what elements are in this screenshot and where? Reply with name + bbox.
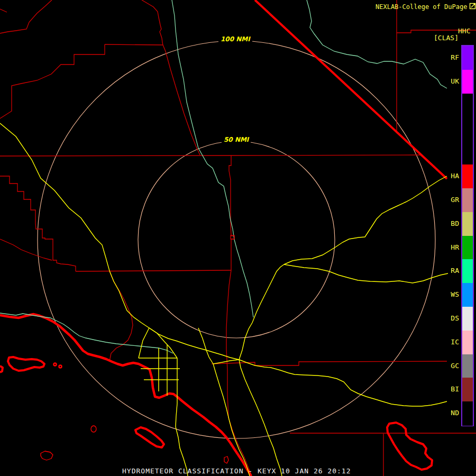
coastline bbox=[0, 314, 251, 476]
river-santa-clara bbox=[0, 313, 173, 353]
legend-label-DS: DS bbox=[443, 315, 459, 322]
legend-label-HA: HA bbox=[443, 172, 459, 179]
legend-label-UK: UK bbox=[443, 78, 459, 85]
legend-swatch-HR bbox=[462, 236, 473, 260]
island-fragment-left-edge bbox=[0, 366, 3, 372]
legend-label-WS: WS bbox=[443, 291, 459, 298]
legend-label-GC: GC bbox=[443, 362, 459, 369]
legend-label-BI: BI bbox=[443, 386, 459, 392]
product-code-label: HHC bbox=[458, 27, 470, 35]
legend-swatch-RF bbox=[462, 46, 473, 70]
radar-map-canvas bbox=[0, 0, 476, 476]
legend-swatch-HA bbox=[462, 164, 473, 188]
legend-swatch-WS bbox=[462, 283, 473, 307]
legend-swatch-RA bbox=[462, 259, 473, 283]
legend-swatch-DS bbox=[462, 307, 473, 331]
legend-label-RA: RA bbox=[443, 267, 459, 274]
state-border bbox=[255, 0, 447, 179]
legend-swatch-ND bbox=[462, 401, 473, 425]
island-catalina bbox=[135, 427, 164, 447]
legend-label-ND: ND bbox=[443, 409, 459, 416]
radar-display: 100 NMI 50 NMI NEXLAB-College of DuPage … bbox=[0, 0, 476, 476]
legend-label-IC: IC bbox=[443, 338, 459, 345]
county-lines bbox=[0, 0, 476, 476]
rivers bbox=[0, 0, 447, 353]
brand-link[interactable]: NEXLAB-College of DuPage bbox=[376, 2, 476, 11]
legend-swatch-GC bbox=[462, 354, 473, 378]
range-label-100nmi: 100 NMI bbox=[218, 35, 252, 43]
island-santa-cruz-chain bbox=[8, 357, 44, 371]
island-anacapa-1 bbox=[54, 363, 57, 366]
legend-label-BD: BD bbox=[443, 220, 459, 227]
legend-swatch-GR bbox=[462, 188, 473, 212]
legend-label-GR: GR bbox=[443, 196, 459, 203]
range-label-50nmi: 50 NMI bbox=[222, 136, 251, 143]
legend-swatch-IC bbox=[462, 331, 473, 354]
product-mode-label: [CLAS] bbox=[434, 34, 459, 42]
legend-swatch-UK bbox=[462, 70, 473, 94]
island-santa-barbara bbox=[91, 426, 96, 432]
legend-swatch-BI bbox=[462, 378, 473, 401]
range-ring-50nmi bbox=[138, 141, 335, 338]
river-mojave bbox=[307, 0, 447, 88]
highways bbox=[0, 123, 448, 476]
legend-swatch-BD bbox=[462, 212, 473, 236]
legend-color-bar bbox=[461, 45, 474, 426]
product-title: HYDROMETEOR CLASSIFICATION - KEYX 10 JAN… bbox=[122, 467, 351, 475]
island-san-nicolas bbox=[41, 451, 53, 460]
brand-text: NEXLAB-College of DuPage bbox=[376, 3, 467, 11]
legend-label-HR: HR bbox=[443, 244, 459, 251]
external-link-icon[interactable] bbox=[469, 2, 476, 11]
island-small-south bbox=[224, 456, 228, 463]
salton-sea-outline bbox=[387, 423, 432, 470]
legend-label-RF: RF bbox=[443, 54, 459, 61]
island-anacapa-2 bbox=[59, 365, 62, 368]
